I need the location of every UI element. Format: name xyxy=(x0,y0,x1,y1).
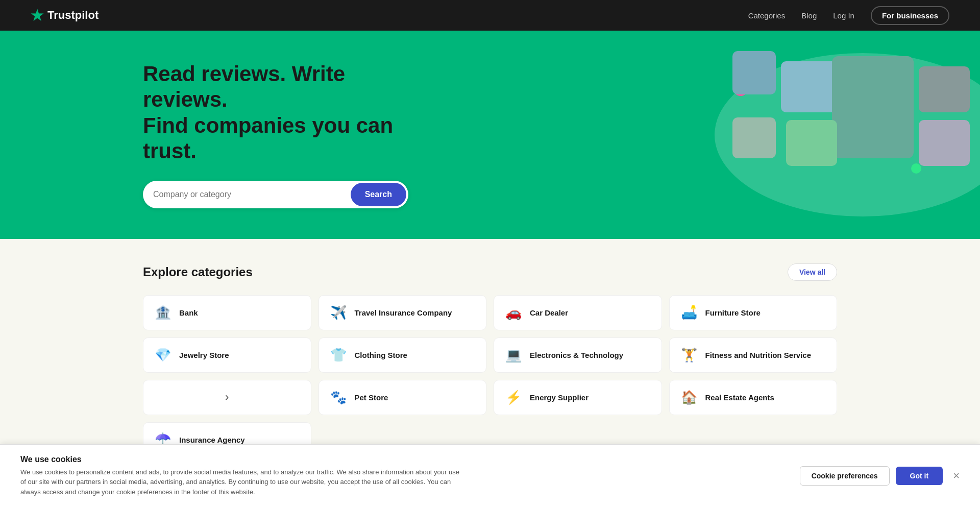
for-businesses-button[interactable]: For businesses xyxy=(871,6,949,25)
trustpilot-star-icon: ★ xyxy=(31,7,43,24)
collage-image-1 xyxy=(732,51,776,94)
category-card-real-estate[interactable]: 🏠 Real Estate Agents xyxy=(669,380,838,415)
chevron-right-icon: › xyxy=(225,391,229,404)
cookie-banner: We use cookies We use cookies to persona… xyxy=(0,444,980,482)
search-bar: Search xyxy=(143,181,408,208)
navbar-right: Categories Blog Log In For businesses xyxy=(748,6,949,25)
category-card-bank[interactable]: 🏦 Bank xyxy=(143,295,311,330)
energy-supplier-icon: ⚡ xyxy=(504,390,523,405)
pet-store-label: Pet Store xyxy=(355,393,388,402)
cookie-preferences-button[interactable]: Cookie preferences xyxy=(800,466,890,482)
collage-image-7 xyxy=(919,120,970,166)
view-all-button[interactable]: View all xyxy=(788,263,837,281)
section-header: Explore categories View all xyxy=(143,263,837,281)
cookie-actions: Cookie preferences Got it × xyxy=(800,466,960,482)
categories-grid: 🏦 Bank ✈️ Travel Insurance Company 🚗 Car… xyxy=(143,295,837,457)
navbar: ★ Trustpilot Categories Blog Log In For … xyxy=(0,0,980,31)
clothing-store-icon: 👕 xyxy=(329,347,348,363)
category-card-car-dealer[interactable]: 🚗 Car Dealer xyxy=(494,295,662,330)
car-dealer-icon: 🚗 xyxy=(504,305,523,321)
category-card-fitness[interactable]: 🏋️ Fitness and Nutrition Service xyxy=(669,337,838,373)
section-title: Explore categories xyxy=(143,265,253,279)
logo-text: Trustpilot xyxy=(47,9,99,22)
electronics-label: Electronics & Technology xyxy=(530,351,623,359)
fitness-icon: 🏋️ xyxy=(680,347,698,363)
nav-blog[interactable]: Blog xyxy=(801,11,817,20)
clothing-store-label: Clothing Store xyxy=(355,351,407,359)
insurance-agency-label: Insurance Agency xyxy=(179,436,245,444)
collage-image-5 xyxy=(786,120,837,166)
cookie-close-button[interactable]: × xyxy=(953,469,960,482)
category-card-travel-insurance[interactable]: ✈️ Travel Insurance Company xyxy=(318,295,487,330)
energy-supplier-label: Energy Supplier xyxy=(530,393,589,402)
travel-insurance-icon: ✈️ xyxy=(329,305,348,321)
nav-login[interactable]: Log In xyxy=(833,11,854,20)
jewelry-store-icon: 💎 xyxy=(154,347,172,363)
travel-insurance-label: Travel Insurance Company xyxy=(355,308,452,317)
category-card-jewelry-store[interactable]: 💎 Jewelry Store xyxy=(143,337,311,373)
cookie-text-block: We use cookies We use cookies to persona… xyxy=(20,455,459,482)
bank-label: Bank xyxy=(179,308,198,317)
furniture-store-icon: 🛋️ xyxy=(680,305,698,321)
search-input[interactable] xyxy=(143,181,349,208)
category-card-energy-supplier[interactable]: ⚡ Energy Supplier xyxy=(494,380,662,415)
collage-image-4 xyxy=(732,117,776,158)
cookie-title: We use cookies xyxy=(20,455,459,464)
cookie-body: We use cookies to personalize content an… xyxy=(20,467,459,482)
logo[interactable]: ★ Trustpilot xyxy=(31,7,99,24)
furniture-store-label: Furniture Store xyxy=(705,308,761,317)
cookie-got-it-button[interactable]: Got it xyxy=(896,467,943,482)
category-card-pet-store[interactable]: 🐾 Pet Store xyxy=(318,380,487,415)
electronics-icon: 💻 xyxy=(504,347,523,363)
real-estate-label: Real Estate Agents xyxy=(705,393,774,402)
car-dealer-label: Car Dealer xyxy=(530,308,568,317)
nav-categories[interactable]: Categories xyxy=(748,11,786,20)
category-card-clothing-store[interactable]: 👕 Clothing Store xyxy=(318,337,487,373)
category-card-furniture-store[interactable]: 🛋️ Furniture Store xyxy=(669,295,838,330)
search-button[interactable]: Search xyxy=(351,183,406,206)
jewelry-store-label: Jewelry Store xyxy=(179,351,229,359)
dot-green-decoration xyxy=(911,163,921,174)
categories-next-arrow[interactable]: › xyxy=(143,380,311,415)
hero-images-collage: ★ xyxy=(623,31,980,239)
bank-icon: 🏦 xyxy=(154,305,172,321)
pet-store-icon: 🐾 xyxy=(329,390,348,405)
collage-image-6 xyxy=(919,66,970,112)
collage-image-3 xyxy=(832,56,914,158)
category-card-electronics[interactable]: 💻 Electronics & Technology xyxy=(494,337,662,373)
hero-title: Read reviews. Write reviews. Find compan… xyxy=(143,61,429,164)
hero-section: Read reviews. Write reviews. Find compan… xyxy=(0,31,980,239)
hero-content: Read reviews. Write reviews. Find compan… xyxy=(143,61,429,208)
collage-image-2 xyxy=(781,61,837,112)
fitness-label: Fitness and Nutrition Service xyxy=(705,351,812,359)
real-estate-icon: 🏠 xyxy=(680,390,698,405)
